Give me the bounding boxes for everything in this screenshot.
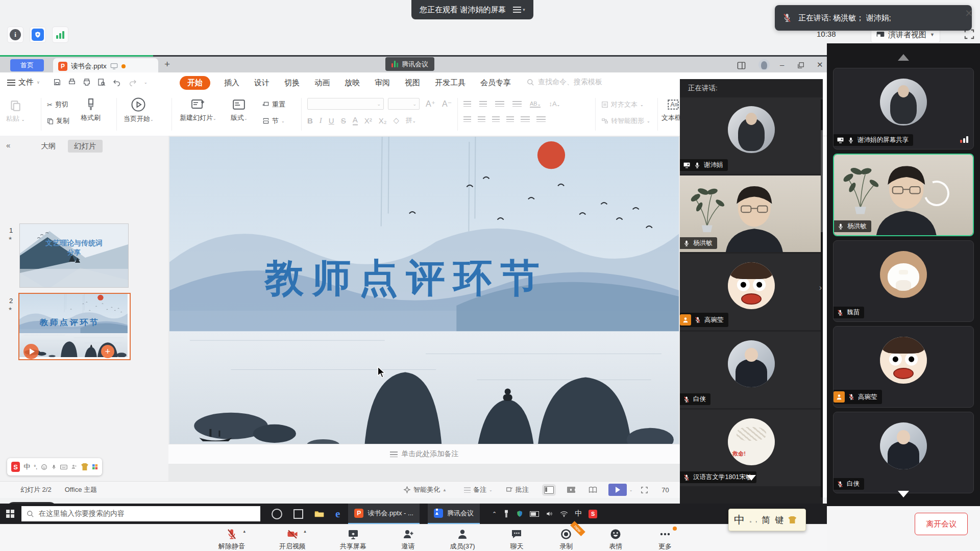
scroll-up-arrow[interactable] xyxy=(898,48,909,61)
panel-expand-chevron-icon[interactable]: › xyxy=(819,283,822,292)
font-size-select[interactable]: ⌄ xyxy=(388,98,420,110)
usb-icon[interactable] xyxy=(503,510,509,518)
participant-tile[interactable]: 救命! 汉语言文学1801宋敏 xyxy=(680,410,823,486)
maximize-button[interactable] xyxy=(797,62,804,69)
participant-tile[interactable]: 白侠 xyxy=(680,332,823,408)
control-camoff[interactable]: ▴ 开启视频 xyxy=(279,525,306,551)
close-button[interactable]: ✕ xyxy=(817,60,823,69)
clear-format-button[interactable]: ◇ xyxy=(394,116,400,125)
tray-expand-icon[interactable]: ⌃ xyxy=(492,511,497,517)
ime-lang-mode[interactable]: 中 xyxy=(734,513,745,527)
meeting-security-button[interactable] xyxy=(30,27,46,43)
beautify-button[interactable]: 智能美化▲ xyxy=(403,485,447,494)
cut-button[interactable]: ✂剪切 xyxy=(47,100,68,109)
file-explorer-icon[interactable] xyxy=(314,510,324,518)
leave-meeting-button[interactable]: 离开会议 xyxy=(915,513,968,535)
align-left-button[interactable] xyxy=(463,116,471,122)
taskbar-search[interactable]: 在这里输入你要搜索的内容 xyxy=(21,506,260,521)
participant-tile[interactable]: 高琬莹 xyxy=(680,254,823,330)
ime-indicator[interactable]: 中 xyxy=(575,509,582,518)
layout-button[interactable]: 版式⌄ xyxy=(231,98,248,122)
meeting-info-button[interactable]: i xyxy=(7,27,23,43)
char-spacing-button[interactable]: AB⌄ xyxy=(530,101,541,108)
tab-review[interactable]: 审阅 xyxy=(374,77,391,89)
account-icon[interactable] xyxy=(71,463,78,470)
edge-browser-icon[interactable]: e xyxy=(335,508,340,520)
control-share[interactable]: ▴ 共享屏幕 xyxy=(340,525,366,551)
add-slide-button[interactable]: + xyxy=(101,345,114,358)
font-family-select[interactable]: ⌄ xyxy=(307,98,384,110)
ime-punct-mode[interactable]: 。, xyxy=(749,516,757,524)
collapse-panel-button[interactable]: « xyxy=(6,141,10,149)
tab-view[interactable]: 视图 xyxy=(404,77,421,89)
control-record[interactable]: ▴ new 录制 xyxy=(558,525,574,551)
expand-arrow-icon[interactable]: ▴ xyxy=(243,529,246,534)
align-text-button[interactable]: 对齐文本⌄ xyxy=(601,100,644,109)
tab-design[interactable]: 设计 xyxy=(253,77,271,89)
minimize-button[interactable]: – xyxy=(780,60,784,69)
superscript-button[interactable]: X² xyxy=(364,116,372,125)
split-view-icon[interactable] xyxy=(737,61,746,70)
skin-icon[interactable] xyxy=(81,463,88,470)
ime-lang-icon[interactable]: 中 xyxy=(23,462,30,471)
to-smartart-button[interactable]: 转智能图形⌄ xyxy=(601,116,650,126)
numbered-list-button[interactable] xyxy=(479,101,487,107)
line-options-button[interactable] xyxy=(536,116,546,122)
comments-toggle[interactable]: 批注 xyxy=(506,485,529,494)
participant-tile[interactable]: 谢沛娟 xyxy=(680,97,823,174)
banner-menu-button[interactable]: ▾ xyxy=(513,7,525,13)
italic-button[interactable]: I xyxy=(320,116,322,125)
task-view-icon[interactable] xyxy=(293,509,303,519)
speaker-icon[interactable] xyxy=(546,510,553,517)
increase-indent-button[interactable] xyxy=(512,101,522,107)
sorter-view-button[interactable] xyxy=(567,487,575,493)
redo-icon[interactable] xyxy=(128,78,137,86)
preview-icon[interactable] xyxy=(97,78,106,86)
tab-outline[interactable]: 大纲 xyxy=(36,140,61,153)
wps-account-avatar[interactable] xyxy=(758,59,770,70)
font-grow-button[interactable]: A⁺ xyxy=(426,99,435,109)
phonetic-guide-button[interactable]: 拼⌄ xyxy=(406,116,416,125)
sogou-tray-icon[interactable]: S xyxy=(589,510,597,518)
bullet-list-button[interactable] xyxy=(463,101,471,107)
distribute-button[interactable] xyxy=(521,116,530,122)
reset-button[interactable]: 重置 xyxy=(262,100,285,109)
taskbar-meeting-app[interactable]: 腾讯会议 xyxy=(428,504,480,524)
undo-icon[interactable] xyxy=(112,78,121,86)
control-more[interactable]: ▴ 更多 xyxy=(657,525,673,551)
start-button[interactable] xyxy=(6,510,14,518)
underline-button[interactable]: U xyxy=(329,116,334,125)
new-tab-button[interactable]: + xyxy=(164,59,170,70)
defender-shield-icon[interactable] xyxy=(516,510,523,518)
reading-view-button[interactable] xyxy=(589,486,597,493)
paste-button[interactable]: 粘贴 ⌄ xyxy=(6,99,24,123)
font-color-button[interactable]: A xyxy=(353,115,358,126)
emoji-picker-icon[interactable] xyxy=(41,463,47,471)
tab-insert[interactable]: 插入 xyxy=(223,77,240,89)
control-invite[interactable]: ▴ 邀请 xyxy=(401,525,416,551)
bold-button[interactable]: B xyxy=(307,116,313,125)
ime-keyboard-mode[interactable]: 键 xyxy=(775,514,783,526)
new-slide-button[interactable]: 新建幻灯片⌄ xyxy=(180,98,216,122)
tab-slides[interactable]: 幻灯片 xyxy=(68,140,103,153)
play-from-page-button[interactable]: 当页开始⌄ xyxy=(124,97,154,123)
strikethrough-button[interactable]: S xyxy=(341,116,346,125)
justify-button[interactable] xyxy=(506,116,514,122)
participant-tile[interactable]: 高琬莹 xyxy=(833,326,974,408)
wps-document-tab[interactable]: P 读书会.pptx xyxy=(53,58,158,74)
scroll-down-arrow[interactable] xyxy=(898,491,909,503)
font-shrink-button[interactable]: A⁻ xyxy=(442,99,452,109)
participant-tile[interactable]: 魏苗 xyxy=(833,240,974,322)
customize-chevron-icon[interactable]: ⌄ xyxy=(144,80,148,85)
meeting-mini-bar[interactable]: 腾讯会议 xyxy=(385,57,434,71)
output-icon[interactable] xyxy=(68,78,76,86)
ime-skin-icon[interactable] xyxy=(788,516,796,523)
keyboard-icon[interactable] xyxy=(60,464,67,470)
file-menu[interactable]: 文件 ∨ xyxy=(7,78,40,87)
voice-input-icon[interactable] xyxy=(51,463,57,471)
print-icon[interactable] xyxy=(83,78,91,86)
tab-animation[interactable]: 动画 xyxy=(313,77,331,89)
notes-toggle[interactable]: 备注⌄ xyxy=(464,485,493,494)
subscript-button[interactable]: X₂ xyxy=(379,116,387,125)
participant-tile[interactable]: 杨洪敏 xyxy=(680,176,823,252)
